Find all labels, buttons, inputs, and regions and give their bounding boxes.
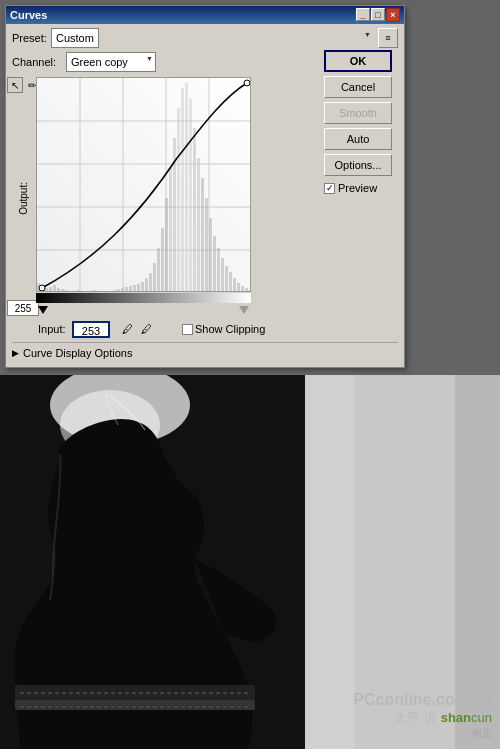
svg-rect-41 bbox=[129, 286, 132, 292]
right-buttons: OK Cancel Smooth Auto Options... ✓ Previ… bbox=[324, 50, 396, 194]
slider-container bbox=[36, 304, 251, 318]
svg-rect-66 bbox=[229, 272, 232, 292]
channel-select[interactable]: Green copy Green Red Blue RGB bbox=[66, 52, 156, 72]
preset-row: Preset: Custom ≡ bbox=[12, 28, 398, 48]
show-clipping-checkbox[interactable] bbox=[182, 324, 193, 335]
input-gradient-bar bbox=[36, 293, 251, 303]
svg-rect-37 bbox=[113, 290, 116, 292]
watermark: PCconline.com.cn 太平 讲 shancun 网店 bbox=[353, 691, 492, 741]
svg-point-73 bbox=[244, 80, 250, 86]
svg-rect-51 bbox=[169, 168, 172, 292]
svg-rect-59 bbox=[201, 178, 204, 292]
svg-rect-40 bbox=[125, 287, 128, 292]
svg-rect-25 bbox=[65, 290, 68, 292]
svg-rect-31 bbox=[89, 291, 92, 292]
input-value-field[interactable]: 253 bbox=[72, 321, 110, 338]
svg-rect-34 bbox=[101, 291, 104, 292]
silhouette-image bbox=[0, 375, 310, 749]
watermark-pcoline: PCconline.com.cn bbox=[353, 691, 492, 709]
options-button[interactable]: Options... bbox=[324, 154, 392, 176]
right-gray-light bbox=[305, 375, 355, 749]
close-btn[interactable]: × bbox=[386, 8, 400, 22]
tool-icons: ↖ ✏ bbox=[7, 77, 40, 93]
curve-display-options-row: ▶ Curve Display Options bbox=[12, 342, 398, 361]
curves-graph[interactable] bbox=[36, 77, 251, 292]
dialog-content: Preset: Custom ≡ OK Cancel Smooth Auto O… bbox=[6, 24, 404, 367]
svg-rect-43 bbox=[137, 284, 140, 292]
svg-rect-57 bbox=[193, 128, 196, 292]
svg-rect-58 bbox=[197, 158, 200, 292]
svg-rect-29 bbox=[81, 291, 84, 292]
curves-graph-container bbox=[36, 77, 251, 318]
watermark-subtitle: 网店 bbox=[472, 727, 492, 741]
svg-rect-42 bbox=[133, 285, 136, 292]
curve-display-label: Curve Display Options bbox=[23, 347, 132, 359]
preview-row: ✓ Preview bbox=[324, 182, 396, 194]
preset-label: Preset: bbox=[12, 32, 47, 44]
input-label: Input: bbox=[38, 323, 68, 335]
svg-rect-68 bbox=[237, 283, 240, 292]
white-point-slider[interactable] bbox=[239, 306, 249, 314]
svg-rect-46 bbox=[149, 273, 152, 292]
photo-area: PCconline.com.cn 太平 讲 shancun 网店 bbox=[0, 375, 500, 749]
input-row: Input: 253 🖊 🖊 🖊 Show Clipping bbox=[12, 320, 320, 338]
svg-rect-47 bbox=[153, 263, 156, 292]
svg-rect-62 bbox=[213, 236, 216, 292]
svg-rect-53 bbox=[177, 108, 180, 292]
svg-rect-21 bbox=[49, 287, 52, 292]
preview-label: Preview bbox=[338, 182, 377, 194]
white-eyedropper[interactable]: 🖊 bbox=[156, 320, 174, 338]
svg-rect-54 bbox=[181, 88, 184, 292]
svg-rect-50 bbox=[165, 198, 168, 292]
ok-button[interactable]: OK bbox=[324, 50, 392, 72]
left-controls: ↖ ✏ Output: 255 bbox=[12, 77, 34, 318]
curves-svg bbox=[37, 78, 251, 292]
svg-rect-38 bbox=[117, 289, 120, 292]
svg-rect-33 bbox=[97, 291, 100, 292]
curve-pointer-tool[interactable]: ↖ bbox=[7, 77, 23, 93]
eyedropper-group: 🖊 🖊 🖊 bbox=[118, 320, 174, 338]
auto-button[interactable]: Auto bbox=[324, 128, 392, 150]
watermark-chinese: 太平 讲 shancun bbox=[394, 709, 492, 727]
preview-checkbox[interactable]: ✓ bbox=[324, 183, 335, 194]
svg-rect-20 bbox=[45, 288, 48, 292]
cancel-button[interactable]: Cancel bbox=[324, 76, 392, 98]
svg-rect-61 bbox=[209, 218, 212, 292]
svg-rect-23 bbox=[57, 288, 60, 292]
maximize-btn[interactable]: □ bbox=[371, 8, 385, 21]
svg-rect-49 bbox=[161, 228, 164, 292]
black-point-slider[interactable] bbox=[38, 306, 48, 314]
svg-rect-63 bbox=[217, 248, 220, 292]
dialog-title: Curves bbox=[10, 9, 47, 21]
preset-menu-btn[interactable]: ≡ bbox=[378, 28, 398, 48]
channel-label: Channel: bbox=[12, 56, 62, 68]
svg-rect-70 bbox=[245, 288, 248, 292]
svg-point-72 bbox=[39, 285, 45, 291]
svg-rect-60 bbox=[205, 198, 208, 292]
curves-dialog: Curves _ □ × Preset: Custom ≡ OK Cancel … bbox=[5, 5, 405, 368]
svg-rect-44 bbox=[141, 282, 144, 292]
svg-rect-28 bbox=[77, 290, 80, 292]
minimize-btn[interactable]: _ bbox=[356, 8, 370, 21]
title-bar[interactable]: Curves _ □ × bbox=[6, 6, 404, 24]
svg-rect-45 bbox=[145, 278, 148, 292]
svg-rect-22 bbox=[53, 285, 56, 292]
expand-icon[interactable]: ▶ bbox=[12, 348, 19, 358]
channel-select-wrapper: Green copy Green Red Blue RGB bbox=[66, 52, 156, 72]
curves-section: ↖ ✏ Output: 255 bbox=[12, 77, 320, 318]
svg-rect-65 bbox=[225, 266, 228, 292]
output-label-text: Output: bbox=[18, 182, 29, 215]
svg-rect-55 bbox=[185, 83, 188, 292]
svg-rect-71 bbox=[249, 290, 251, 292]
gray-eyedropper[interactable]: 🖊 bbox=[137, 320, 155, 338]
svg-rect-27 bbox=[73, 291, 76, 292]
show-clipping-label: Show Clipping bbox=[195, 323, 265, 335]
svg-rect-4 bbox=[15, 700, 255, 710]
black-eyedropper[interactable]: 🖊 bbox=[118, 320, 136, 338]
preset-select[interactable]: Custom bbox=[51, 28, 99, 48]
svg-rect-64 bbox=[221, 258, 224, 292]
output-value[interactable]: 255 bbox=[7, 300, 39, 316]
svg-rect-48 bbox=[157, 248, 160, 292]
svg-rect-26 bbox=[69, 291, 72, 292]
smooth-button[interactable]: Smooth bbox=[324, 102, 392, 124]
